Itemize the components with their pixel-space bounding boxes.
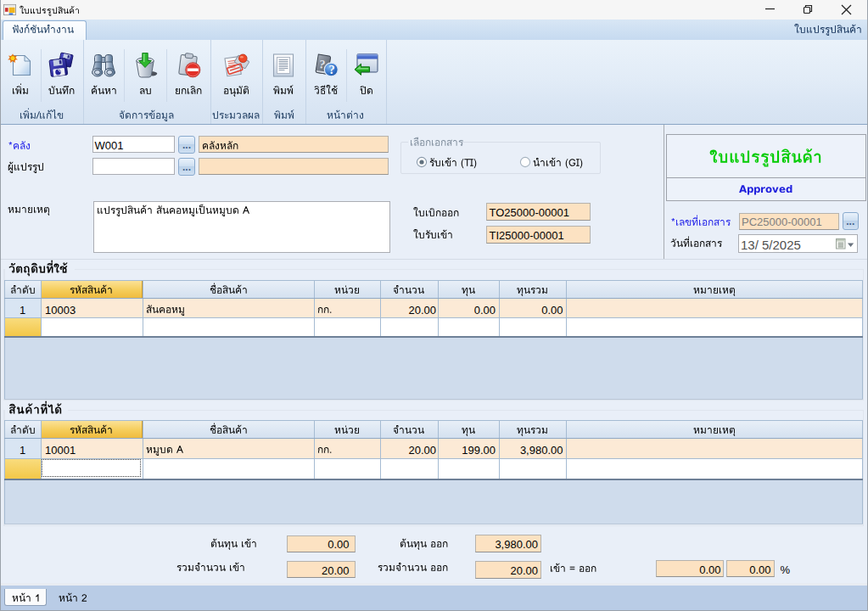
svg-text:?: ? — [328, 63, 334, 76]
